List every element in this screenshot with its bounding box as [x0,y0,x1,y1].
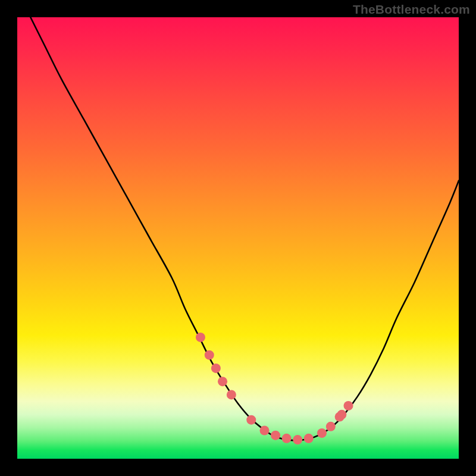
chart-stage: TheBottleneck.com [0,0,476,476]
watermark-text: TheBottleneck.com [353,2,470,17]
gradient-plot-panel [17,17,459,459]
